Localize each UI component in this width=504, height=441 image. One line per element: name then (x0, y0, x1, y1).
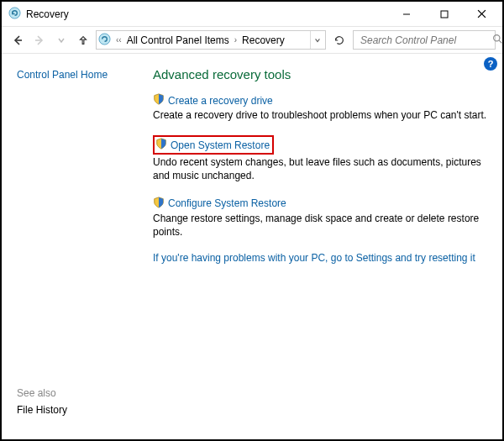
open-system-restore-link[interactable]: Open System Restore (153, 135, 274, 155)
body: Control Panel Home See also File History… (2, 54, 502, 439)
refresh-button[interactable] (329, 30, 349, 50)
create-recovery-drive-link[interactable]: Create a recovery drive (153, 93, 492, 108)
open-system-restore-desc: Undo recent system changes, but leave fi… (153, 155, 492, 182)
recovery-window: Recovery (0, 0, 504, 441)
shield-icon (153, 93, 165, 108)
breadcrumb-current[interactable]: Recovery (242, 34, 285, 46)
minimize-button[interactable] (387, 3, 425, 26)
control-panel-home-link[interactable]: Control Panel Home (17, 69, 136, 81)
search-box[interactable] (353, 30, 496, 50)
recovery-app-icon (8, 7, 21, 22)
file-history-link[interactable]: File History (17, 404, 136, 416)
breadcrumb-parent[interactable]: All Control Panel Items (127, 34, 229, 46)
open-system-restore-label: Open System Restore (171, 139, 270, 151)
help-icon[interactable]: ? (484, 57, 497, 71)
main-content: ? Advanced recovery tools Create a recov… (144, 54, 502, 439)
svg-line-9 (499, 40, 501, 43)
svg-point-8 (494, 34, 500, 40)
address-dropdown-button[interactable] (310, 31, 323, 49)
reset-pc-settings-link[interactable]: If you're having problems with your PC, … (153, 252, 492, 264)
window-title: Recovery (26, 8, 69, 20)
maximize-button[interactable] (425, 3, 463, 26)
search-icon (492, 34, 503, 47)
up-button[interactable] (74, 31, 92, 50)
tool-configure-system-restore: Configure System Restore Change restore … (153, 197, 492, 239)
tool-create-recovery-drive: Create a recovery drive Create a recover… (153, 93, 492, 122)
titlebar: Recovery (2, 2, 502, 27)
create-recovery-drive-desc: Create a recovery drive to troubleshoot … (153, 108, 492, 122)
shield-icon (153, 197, 165, 211)
svg-point-7 (99, 33, 110, 44)
see-also-section: See also File History (17, 387, 136, 431)
see-also-label: See also (17, 387, 136, 399)
svg-rect-2 (441, 11, 448, 18)
configure-system-restore-desc: Change restore settings, manage disk spa… (153, 212, 492, 239)
recent-locations-button[interactable] (52, 31, 71, 50)
close-button[interactable] (463, 3, 501, 26)
tool-open-system-restore: Open System Restore Undo recent system c… (153, 135, 492, 182)
svg-point-0 (9, 7, 20, 18)
address-icon (98, 33, 111, 48)
navbar: ‹‹ All Control Panel Items › Recovery (2, 27, 502, 54)
help-glyph: ? (488, 59, 494, 69)
address-bar[interactable]: ‹‹ All Control Panel Items › Recovery (96, 30, 326, 50)
page-heading: Advanced recovery tools (153, 67, 492, 81)
create-recovery-drive-label: Create a recovery drive (168, 95, 273, 107)
configure-system-restore-link[interactable]: Configure System Restore (153, 197, 492, 211)
chevron-right-icon: › (233, 35, 239, 45)
back-button[interactable] (8, 31, 27, 50)
sidebar: Control Panel Home See also File History (2, 54, 144, 439)
forward-button[interactable] (30, 31, 49, 50)
search-input[interactable] (359, 34, 489, 47)
chevron-left-icon[interactable]: ‹‹ (114, 35, 123, 45)
shield-icon (155, 138, 167, 152)
configure-system-restore-label: Configure System Restore (168, 197, 286, 209)
